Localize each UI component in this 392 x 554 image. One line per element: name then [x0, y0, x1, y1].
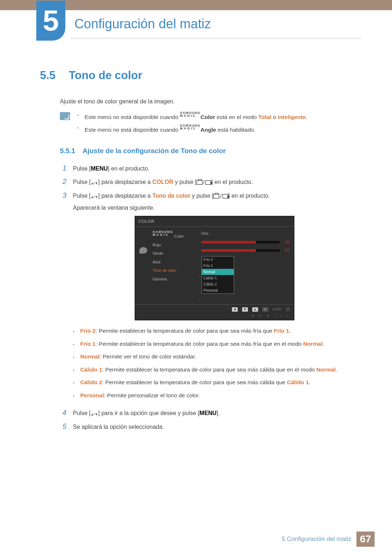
chapter-number: 5 [43, 4, 59, 37]
page-number: 67 [356, 532, 375, 547]
desc-frio2: Frío 2: Permite establecer la temperatur… [73, 327, 356, 335]
mode-total: Total [258, 114, 271, 120]
note-line-2: Este menú no está disponible cuando SAMS… [77, 124, 356, 133]
t: ] en el producto. [228, 193, 270, 199]
t: Este menú no está disponible cuando [85, 127, 180, 133]
desc-frio1: Frío 1: Permite establecer la temperatur… [73, 340, 356, 348]
up-down-icon [91, 178, 98, 187]
osd-footer: ◄ ▼ ▲ ► AUTO [135, 305, 294, 314]
t: está en el modo [215, 114, 258, 120]
page-footer: 5 Configuración del matiz 67 [0, 532, 392, 547]
t: Aparecerá la ventana siguiente. [73, 204, 356, 212]
title-rule [71, 38, 361, 38]
osd-title: COLOR [135, 216, 294, 227]
t: y pulse [ [173, 179, 196, 185]
step-number: 4 [60, 409, 66, 417]
t: ] para desplazarse a [98, 179, 152, 185]
nav-target-tono: Tono de color [152, 193, 191, 199]
step-body: Pulse [MENU] en el producto. [73, 164, 356, 173]
note-block: Este menú no está disponible cuando SAMS… [60, 111, 356, 137]
step-1: 1 Pulse [MENU] en el producto. [60, 164, 356, 173]
palette-icon [139, 247, 147, 254]
step-number: 5 [60, 422, 66, 431]
auto-label: AUTO [273, 307, 282, 312]
note-icon [60, 112, 70, 120]
section-title: Tono de color [69, 69, 142, 82]
step-number: 1 [60, 164, 66, 172]
subsection-title: Ajuste de la configuración de Tono de co… [82, 147, 225, 155]
t: Pulse [ [73, 193, 91, 199]
step-body: Pulse [] para ir a la opción que desee y… [73, 409, 356, 418]
footer-breadcrumb: 5 Configuración del matiz [282, 535, 351, 543]
step-body: Se aplicará la opción seleccionada. [73, 423, 356, 431]
t: está habilitado. [216, 127, 256, 133]
chapter-badge: 5 [36, 1, 65, 41]
menu-key: MENU [91, 165, 108, 172]
subsection-number: 5.5.1 [60, 147, 81, 155]
note-line-1: Este menú no está disponible cuando SAMS… [77, 111, 356, 120]
nav-left-icon: ◄ [232, 307, 238, 312]
desc-calido2: Cálido 2: Permite establecer la temperat… [73, 378, 356, 386]
chapter-title: Configuración del matiz [74, 16, 211, 32]
step-3: 3 Pulse [] para desplazarse a Tono de co… [60, 191, 356, 404]
step-body: Pulse [] para desplazarse a Tono de colo… [73, 192, 356, 404]
mode-intelligent: Inteligente [278, 114, 306, 120]
nav-down-icon: ▼ [242, 307, 248, 312]
desc-calido1: Cálido 1: Permite establecer la temperat… [73, 366, 356, 374]
step-number: 3 [60, 191, 66, 200]
t: y pulse [ [190, 193, 213, 199]
t: ]. [217, 410, 220, 416]
up-down-icon [91, 192, 98, 201]
osd-labels: SAMSUNGMAGIC Color Rojo Verde Azul Tono … [153, 230, 193, 302]
t: Angle [200, 127, 216, 133]
source-enter-icon: / [213, 192, 228, 201]
osd-dropdown: Frío 2 Frío 1 Normal Cálido 1 Cálido 2 P… [201, 256, 234, 294]
osd-screenshot: COLOR SAMSUNGMAGIC Color Rojo Verde Azul [135, 216, 294, 321]
menu-key: MENU [200, 410, 217, 416]
samsung-magic-label: SAMSUNGMAGIC [180, 111, 201, 117]
t: ] en el producto. [211, 179, 253, 185]
nav-target-color: COLOR [152, 179, 173, 185]
t: ] en el producto. [108, 165, 150, 172]
step-2: 2 Pulse [] para desplazarse a COLOR y pu… [60, 177, 356, 187]
subsection-heading: 5.5.1 Ajuste de la configuración de Tono… [60, 147, 356, 155]
step-number: 2 [60, 177, 66, 186]
t: ] para desplazarse a [98, 193, 152, 199]
nav-up-icon: ▲ [252, 307, 258, 312]
t: Este menú no está disponible cuando [85, 114, 180, 120]
page-content: 5.5 Tono de color Ajuste el tono de colo… [40, 69, 356, 436]
nav-right-icon: ► [262, 307, 268, 312]
steps-list: 1 Pulse [MENU] en el producto. 2 Pulse [… [60, 164, 356, 431]
osd-values: :Des. :50 :50 : Frío 2 Frío 1 Normal Cál… [198, 230, 290, 302]
samsung-magic-label: SAMSUNGMAGIC [180, 124, 201, 130]
section-intro: Ajuste el tono de color general de la im… [60, 98, 356, 105]
t: . [306, 114, 307, 120]
t: Pulse [ [73, 179, 91, 185]
section-number: 5.5 [40, 69, 67, 82]
note-bullets: Este menú no está disponible cuando SAMS… [77, 111, 356, 137]
desc-normal: Normal: Permite ver el tono de color est… [73, 353, 356, 361]
t: o [271, 114, 278, 120]
source-enter-icon: / [197, 178, 211, 187]
up-down-icon [91, 409, 98, 418]
step-5: 5 Se aplicará la opción seleccionada. [60, 422, 356, 431]
t: ] para ir a la opción que desee y pulse … [98, 410, 199, 416]
section-heading: 5.5 Tono de color [40, 69, 356, 82]
t: Color [200, 114, 215, 120]
step-4: 4 Pulse [] para ir a la opción que desee… [60, 409, 356, 418]
t: Pulse [ [73, 165, 91, 172]
power-icon [286, 308, 290, 311]
step-body: Pulse [] para desplazarse a COLOR y puls… [73, 178, 356, 187]
t: Pulse [ [73, 410, 91, 416]
desc-personal: Personal: Permite personalizar el tono d… [73, 391, 356, 399]
